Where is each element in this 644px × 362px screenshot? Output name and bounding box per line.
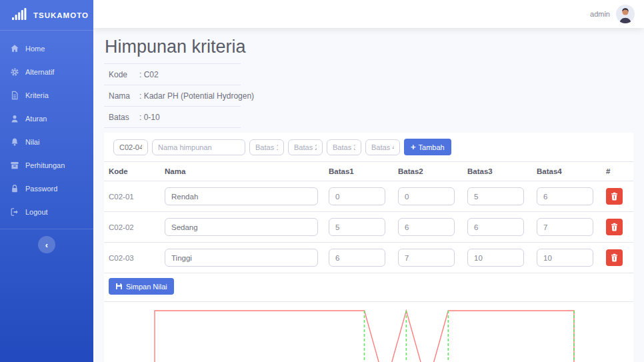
lock-icon: [10, 184, 19, 193]
detail-value: : 0-10: [139, 113, 160, 122]
document-icon: [10, 91, 19, 100]
save-icon: [115, 283, 123, 290]
home-icon: [10, 44, 19, 53]
trash-icon: [610, 223, 619, 231]
new-kode-input[interactable]: [113, 139, 148, 155]
new-batas2-input[interactable]: [288, 139, 323, 155]
sidebar-item-label: Aturan: [25, 115, 47, 123]
trash-icon: [610, 253, 619, 262]
table-row: C02-02: [104, 212, 633, 243]
col-header-nama: Nama: [160, 162, 324, 181]
new-batas4-input[interactable]: [365, 139, 400, 155]
sidebar: TSUKAMOTO Home Alternatif: [0, 0, 93, 362]
criteria-details: Kode : C02 Nama : Kadar PH (Potential Hy…: [104, 63, 241, 128]
tambah-button[interactable]: + Tambah: [404, 139, 451, 155]
table-row: C02-03: [104, 243, 633, 273]
batas2-input[interactable]: [398, 187, 455, 205]
sidebar-divider: [0, 229, 93, 229]
sidebar-item-label: Logout: [25, 208, 48, 216]
sidebar-item-label: Home: [25, 45, 45, 53]
sidebar-item-kriteria[interactable]: Kriteria: [0, 83, 93, 107]
batas3-input[interactable]: [467, 218, 524, 236]
batas1-input[interactable]: [329, 249, 385, 267]
avatar[interactable]: [616, 5, 635, 23]
sidebar-item-nilai[interactable]: Nilai: [0, 130, 93, 153]
batas1-input[interactable]: [329, 187, 385, 205]
sidebar-item-home[interactable]: Home: [0, 37, 93, 60]
col-header-actions: #: [601, 162, 633, 181]
new-batas1-input[interactable]: [249, 139, 284, 155]
batas3-input[interactable]: [467, 249, 524, 267]
detail-value: : Kadar PH (Potential Hydrogen): [139, 91, 254, 101]
brand-title: TSUKAMOTO: [33, 11, 89, 19]
chevron-left-icon: ‹: [45, 241, 48, 249]
sidebar-item-logout[interactable]: Logout: [0, 200, 93, 223]
sidebar-item-password[interactable]: Password: [0, 177, 93, 200]
batas2-input[interactable]: [398, 218, 455, 236]
batas3-input[interactable]: [467, 187, 524, 205]
detail-row-nama: Nama : Kadar PH (Potential Hydrogen): [104, 85, 241, 107]
bar-chart-logo-icon: [12, 8, 27, 23]
col-header-batas1: Batas1: [324, 162, 393, 181]
sidebar-nav: Home Alternatif Kriteria: [0, 31, 93, 223]
sidebar-item-label: Alternatif: [25, 68, 54, 76]
new-batas3-input[interactable]: [327, 139, 361, 155]
gear-icon: [10, 67, 19, 77]
batas4-input[interactable]: [537, 187, 593, 205]
sidebar-item-label: Nilai: [25, 138, 39, 146]
sidebar-collapse-button[interactable]: ‹: [38, 236, 55, 253]
page-title: Himpunan kriteria: [105, 37, 633, 57]
batas4-input[interactable]: [537, 218, 593, 236]
batas2-input[interactable]: [398, 249, 455, 267]
logout-icon: [10, 207, 19, 217]
main-area: admin Himpunan kriteria Kode : C02 Nama …: [93, 0, 644, 362]
detail-label: Kode: [109, 70, 139, 79]
row-kode: C02-03: [104, 243, 160, 273]
detail-value: : C02: [139, 70, 159, 79]
series-rendah: [155, 311, 406, 362]
nama-input[interactable]: [165, 218, 318, 236]
sidebar-item-label: Perhitungan: [25, 161, 65, 169]
detail-row-kode: Kode : C02: [104, 64, 241, 85]
table-header-row: Kode Nama Batas1 Batas2 Batas3 Batas4 #: [104, 162, 633, 181]
user-icon: [10, 114, 19, 123]
plus-icon: +: [411, 143, 416, 151]
simpan-nilai-button[interactable]: Simpan Nilai: [109, 278, 174, 295]
new-nama-input[interactable]: [152, 139, 245, 155]
content: Himpunan kriteria Kode : C02 Nama : Kada…: [93, 37, 644, 362]
sidebar-item-alternatif[interactable]: Alternatif: [0, 60, 93, 83]
delete-button[interactable]: [606, 249, 623, 266]
delete-button[interactable]: [606, 188, 623, 205]
nama-input[interactable]: [165, 187, 318, 205]
delete-button[interactable]: [606, 219, 623, 235]
fuzzy-chart: [104, 302, 633, 362]
username-label: admin: [590, 10, 610, 18]
batas1-input[interactable]: [329, 218, 385, 236]
series-tinggi: [406, 311, 574, 362]
col-header-batas3: Batas3: [463, 162, 532, 181]
detail-label: Nama: [109, 91, 139, 101]
sidebar-item-aturan[interactable]: Aturan: [0, 107, 93, 130]
col-header-batas4: Batas4: [532, 162, 601, 181]
add-himpunan-form: + Tambah: [104, 133, 633, 162]
table-row: C02-01: [104, 181, 633, 212]
user-menu[interactable]: admin: [590, 5, 635, 23]
nama-input[interactable]: [165, 249, 318, 267]
trash-icon: [610, 192, 619, 201]
fuzzy-chart-area: [104, 302, 633, 362]
col-header-batas2: Batas2: [393, 162, 463, 181]
sidebar-item-label: Password: [25, 185, 57, 193]
row-kode: C02-01: [104, 181, 160, 212]
detail-label: Batas: [109, 113, 139, 122]
sidebar-item-perhitungan[interactable]: Perhitungan: [0, 153, 93, 177]
simpan-nilai-label: Simpan Nilai: [126, 283, 167, 291]
tambah-label: Tambah: [419, 143, 445, 151]
himpunan-table: Kode Nama Batas1 Batas2 Batas3 Batas4 # …: [104, 162, 633, 273]
batas4-input[interactable]: [537, 249, 593, 267]
brand[interactable]: TSUKAMOTO: [0, 0, 93, 30]
sidebar-item-label: Kriteria: [25, 91, 49, 99]
save-row: Simpan Nilai: [104, 273, 633, 302]
archive-icon: [10, 161, 19, 170]
bell-icon: [10, 137, 19, 147]
detail-row-batas: Batas : 0-10: [104, 107, 241, 128]
